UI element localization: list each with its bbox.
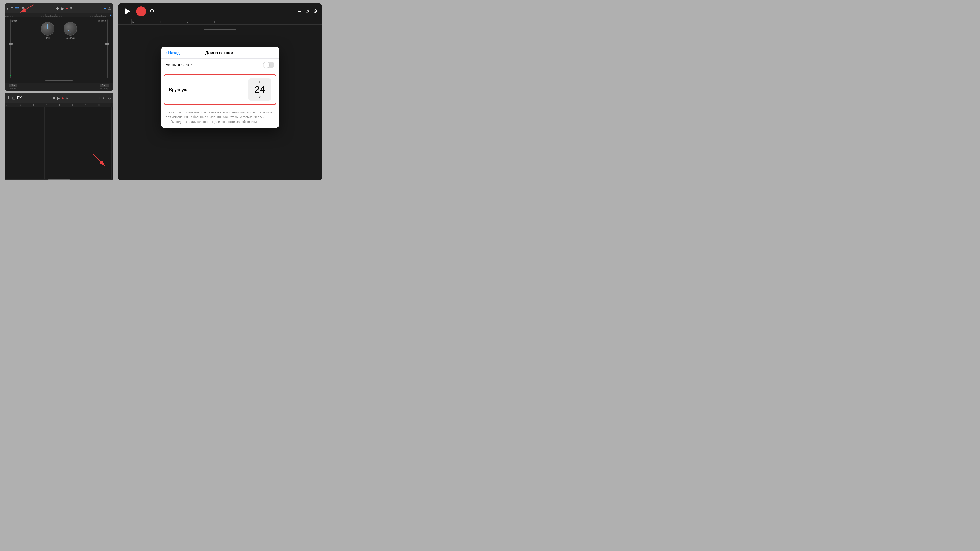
mixer-icon[interactable]: ⊞ (21, 6, 24, 11)
modal-overlay: ‹ Назад Длина секции Автоматически Вручн… (118, 3, 322, 171)
track-grid (5, 108, 113, 179)
ton-label: Тон (46, 37, 50, 39)
modal-header: ‹ Назад Длина секции (161, 47, 279, 59)
value-stepper[interactable]: ∧ 24 ∨ (248, 78, 271, 101)
stepper-value: 24 (255, 85, 265, 94)
bottom-channel-bar: Мик Канал Выкл Монитор (5, 83, 113, 91)
mixer-eq-icon[interactable]: ⊞ (12, 96, 15, 100)
output-label: ВЫХОД (99, 20, 107, 22)
left-fader[interactable] (10, 19, 11, 78)
dropdown-icon[interactable]: ▾ (7, 6, 9, 11)
loop-btn[interactable]: ⟳ (103, 96, 106, 100)
manual-row-highlighted: Вручную ∧ 24 ∨ (164, 74, 276, 105)
modal-body: Автоматически Вручную ∧ 24 ∨ Касайтесь с… (161, 59, 279, 128)
chevron-left-icon: ‹ (165, 50, 167, 56)
ruler-ticks (5, 13, 113, 17)
stepper-down-icon[interactable]: ∨ (258, 95, 261, 99)
mic-button[interactable]: Мик (9, 84, 17, 87)
auto-label: Автоматически (165, 63, 263, 67)
auto-toggle[interactable] (263, 62, 275, 68)
knobs-area: Тон Сжатие (41, 22, 77, 39)
back-button[interactable]: ‹ Назад (165, 50, 180, 56)
ton-knob-container: Тон (41, 22, 54, 39)
manual-label: Вручную (169, 87, 248, 92)
list-icon[interactable]: ≡≡ (15, 6, 19, 10)
modal-hint: Касайтесь стрелок для изменения пошагово… (161, 108, 279, 128)
track-area (5, 108, 113, 179)
horizontal-scrollbar[interactable] (5, 179, 113, 180)
edit-icon[interactable]: ✏ (16, 19, 18, 22)
back-label: Назад (168, 51, 180, 55)
modal-title: Длина секции (180, 51, 259, 55)
circle-icon[interactable]: ● (104, 6, 106, 10)
undo-btn[interactable]: ↩ (99, 96, 102, 100)
mic-channel: Мик Канал (9, 84, 17, 90)
top-toolbar: ▾ ⊡ ≡≡ ⊞ ⏮ ▶ ● ⚲ ● ◎ (5, 3, 113, 13)
rewind-icon[interactable]: ⏮ (56, 6, 59, 10)
ruler-8: 8 (99, 104, 100, 106)
stepper-up-icon[interactable]: ∧ (258, 80, 261, 84)
metronome-icon[interactable]: ⚲ (70, 6, 72, 11)
knob-indicator (48, 24, 48, 29)
channel-label: Канал (10, 87, 16, 90)
right-fader[interactable] (107, 19, 108, 78)
bottom-toolbar: 🎙 ⊞ FX ⏮ ▶ ● ⚲ ↩ ⟳ ⚙ (5, 93, 113, 103)
ruler-5: 5 (59, 104, 60, 106)
rewind-btn[interactable]: ⏮ (52, 96, 55, 100)
ruler-2: 2 (19, 104, 21, 106)
bottom-track-panel: 🎙 ⊞ FX ⏮ ▶ ● ⚲ ↩ ⟳ ⚙ 1 2 3 4 5 6 7 8 (5, 93, 113, 180)
mic-icon[interactable]: 🎙 (7, 96, 10, 100)
add-button[interactable]: + (110, 13, 111, 17)
compression-knob[interactable] (64, 22, 77, 36)
compression-label: Сжатие (66, 37, 75, 39)
settings-icon[interactable]: ◎ (108, 6, 111, 11)
output-channel: Выкл Монитор (100, 84, 109, 90)
fader-indicator (10, 75, 11, 76)
ruler-1: 1 (6, 104, 8, 106)
play-btn[interactable]: ▶ (57, 96, 60, 100)
auto-row: Автоматически (161, 59, 279, 71)
output-button[interactable]: Выкл (100, 84, 109, 87)
monitor-label: Монитор (100, 87, 109, 90)
ruler-4: 4 (46, 104, 47, 106)
view-icon[interactable]: ⊡ (10, 6, 13, 11)
toggle-thumb (263, 62, 269, 68)
gear-btn[interactable]: ⚙ (108, 96, 111, 100)
fx-label[interactable]: FX (17, 96, 22, 100)
section-length-dialog: ‹ Назад Длина секции Автоматически Вручн… (161, 47, 279, 128)
add-track-btn[interactable]: + (109, 103, 111, 108)
scroll-thumb (48, 179, 70, 180)
rec-btn[interactable]: ● (62, 96, 64, 100)
left-panels: ▾ ⊡ ≡≡ ⊞ ⏮ ▶ ● ⚲ ● ◎ (5, 3, 113, 180)
play-icon[interactable]: ▶ (61, 6, 64, 11)
ios-right-panel: ⚲ ↩ ⟳ ⚙ 5 6 7 8 + ‹ (118, 3, 322, 180)
fader-handle[interactable] (9, 43, 13, 44)
ruler-7: 7 (85, 104, 86, 106)
pan-slider[interactable] (45, 80, 73, 81)
ruler-6: 6 (72, 104, 73, 106)
knob-offset-indicator (68, 30, 70, 33)
compression-knob-container: Сжатие (64, 22, 77, 39)
ton-knob[interactable] (41, 22, 54, 36)
record-icon[interactable]: ● (66, 6, 68, 10)
ruler-numbers: 1 2 3 4 5 6 7 8 (6, 103, 111, 107)
bottom-ruler: 1 2 3 4 5 6 7 8 + (5, 103, 113, 108)
metro-btn[interactable]: ⚲ (66, 96, 68, 100)
top-mixer-panel: ▾ ⊡ ≡≡ ⊞ ⏮ ▶ ● ⚲ ● ◎ (5, 3, 113, 91)
ruler-3: 3 (33, 104, 34, 106)
top-ruler: + (5, 13, 113, 17)
mixer-content: ВХОД ✏ ВЫХОД Тон (5, 17, 113, 83)
fader-right-handle[interactable] (105, 43, 109, 44)
